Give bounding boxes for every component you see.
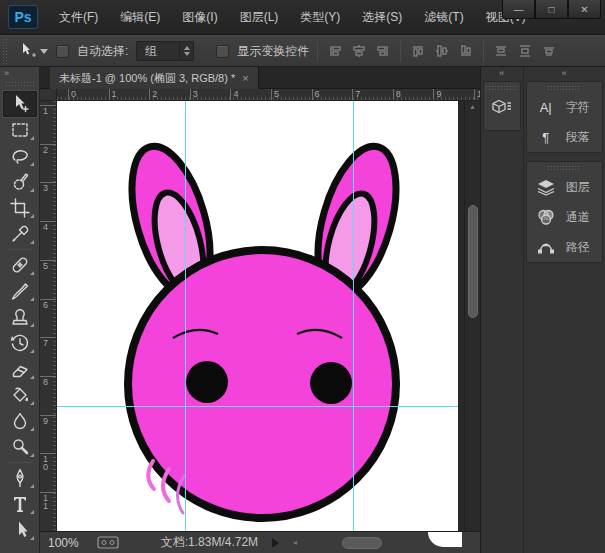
layers-icon [535, 179, 557, 196]
divider [317, 40, 318, 62]
distribute-bottom-edges-button[interactable] [540, 42, 558, 60]
align-top-edges-button[interactable] [326, 42, 344, 60]
tool-quick-selection[interactable] [3, 169, 37, 195]
tool-type[interactable] [3, 491, 37, 517]
show-transform-checkbox[interactable] [216, 45, 229, 58]
ruler-number: 3 [190, 89, 198, 101]
scroll-up-icon[interactable]: ▲ [465, 101, 480, 110]
panel-label: 段落 [566, 129, 590, 146]
ruler-number: 7 [352, 89, 360, 101]
menu-item[interactable]: 图层(L) [229, 0, 290, 35]
vertical-scrollbar-thumb[interactable] [468, 205, 478, 318]
panel-label: 路径 [566, 239, 590, 256]
ruler-number: 4 [230, 89, 238, 101]
maximize-button[interactable]: □ [535, 0, 568, 19]
close-button[interactable]: ✕ [568, 0, 601, 19]
tools-panel: » [0, 67, 40, 553]
scroll-left-icon[interactable]: ◂ [293, 538, 297, 547]
tool-paint-bucket[interactable] [3, 382, 37, 408]
top-ruler[interactable]: 0 1 2 3 4 5 6 7 8 9 [57, 89, 480, 101]
show-transform-label: 显示变换控件 [237, 43, 309, 60]
horizontal-scrollbar-thumb[interactable] [342, 537, 382, 549]
tool-crop[interactable] [3, 195, 37, 221]
tools-grip[interactable] [5, 81, 34, 87]
document-tab[interactable]: 未标题-1 @ 100% (椭圆 3, RGB/8) * × [50, 67, 259, 89]
document-size-info[interactable]: 文档:1.83M/4.72M [161, 534, 258, 551]
tool-options-bar: 自动选择: 组 显示变换控件 [0, 35, 605, 67]
panel-grip[interactable] [547, 85, 581, 90]
move-tool-preset[interactable] [17, 42, 48, 60]
distribute-top-edges-button[interactable] [492, 42, 510, 60]
character-panel-button[interactable]: A| 字符 [527, 92, 602, 122]
ruler-number: 3 [40, 182, 57, 192]
document-tab-title: 未标题-1 @ 100% (椭圆 3, RGB/8) * [59, 71, 235, 86]
status-bar: 100% 文档:1.83M/4.72M ◂ [40, 531, 480, 553]
menu-item[interactable]: 图像(I) [171, 0, 228, 35]
tool-lasso[interactable] [3, 143, 37, 169]
align-left-edges-button[interactable] [409, 42, 427, 60]
vertical-scrollbar[interactable]: ▲ [464, 101, 480, 531]
auto-select-checkbox[interactable] [56, 45, 69, 58]
auto-select-target-select[interactable]: 组 [136, 41, 194, 61]
status-menu-arrow-icon[interactable] [272, 538, 279, 548]
ruler-number: 8 [393, 89, 401, 101]
tool-blur[interactable] [3, 408, 37, 434]
ruler-number: 0 [68, 89, 76, 101]
align-right-edges-button[interactable] [457, 42, 475, 60]
channels-panel-button[interactable]: 通道 [527, 202, 602, 232]
panel-grip[interactable] [485, 85, 519, 90]
vertical-guide[interactable] [353, 101, 354, 531]
photoshop-logo: Ps [8, 5, 38, 29]
channels-icon [535, 209, 557, 226]
tool-path-selection[interactable] [3, 517, 37, 543]
panel-card-layers: 图层 通道 路径 [526, 161, 603, 263]
panel-collapse-button[interactable]: « [524, 67, 605, 80]
align-horizontal-centers-button[interactable] [433, 42, 451, 60]
icon-panel-column: « [481, 67, 524, 553]
ruler-number: 5 [271, 89, 279, 101]
paths-panel-button[interactable]: 路径 [527, 232, 602, 262]
paragraph-panel-button[interactable]: ¶ 段落 [527, 122, 602, 152]
button-panel-column: « A| 字符 ¶ 段落 图层 [524, 67, 605, 553]
tab-close-icon[interactable]: × [242, 72, 248, 84]
tool-dodge[interactable] [3, 434, 37, 460]
menu-item[interactable]: 文件(F) [48, 0, 109, 35]
tool-eraser[interactable] [3, 356, 37, 382]
left-ruler[interactable]: 1 2 3 4 5 6 7 8 9 10 [40, 101, 57, 531]
panel-collapse-button[interactable]: « [481, 67, 523, 80]
tool-brush[interactable] [3, 278, 37, 304]
rabbit-artwork [57, 101, 458, 531]
3d-panel-button[interactable] [487, 92, 517, 124]
canvas[interactable] [57, 101, 458, 531]
menu-item[interactable]: 选择(S) [351, 0, 413, 35]
options-bar-grip[interactable] [2, 38, 9, 64]
minimize-button[interactable]: — [502, 0, 535, 19]
tool-pen[interactable] [3, 465, 37, 491]
panel-label: 字符 [566, 99, 590, 116]
ruler-corner[interactable] [40, 89, 57, 101]
horizontal-guide[interactable] [57, 406, 458, 407]
tool-spot-healing-brush[interactable] [3, 252, 37, 278]
tool-eyedropper[interactable] [3, 221, 37, 247]
align-bottom-edges-button[interactable] [374, 42, 392, 60]
select-stepper-icon [179, 42, 193, 60]
tools-collapse-button[interactable]: » [0, 67, 39, 80]
ruler-number: 10 [40, 453, 57, 471]
tool-history-brush[interactable] [3, 330, 37, 356]
vertical-guide[interactable] [185, 101, 186, 531]
ruler-number: 4 [40, 221, 57, 231]
menu-item[interactable]: 滤镜(T) [413, 0, 474, 35]
tool-rectangular-marquee[interactable] [3, 117, 37, 143]
ruler-number: 9 [433, 89, 441, 101]
panel-grip[interactable] [547, 165, 581, 170]
tool-move[interactable] [3, 91, 37, 117]
distribute-vertical-centers-button[interactable] [516, 42, 534, 60]
zoom-level-field[interactable]: 100% [40, 536, 89, 550]
menu-item[interactable]: 类型(Y) [289, 0, 351, 35]
canvas-viewport[interactable] [57, 101, 464, 531]
tool-clone-stamp[interactable] [3, 304, 37, 330]
divider [483, 40, 484, 62]
menu-item[interactable]: 编辑(E) [109, 0, 171, 35]
layers-panel-button[interactable]: 图层 [527, 172, 602, 202]
align-vertical-centers-button[interactable] [350, 42, 368, 60]
